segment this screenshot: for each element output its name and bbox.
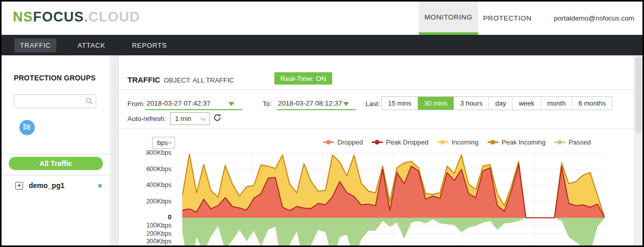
last-button-30-mins[interactable]: 30 mins	[418, 97, 454, 110]
y-tick-label: 800Kbps	[146, 149, 171, 156]
to-label: To:	[263, 100, 271, 108]
y-tick-label: 0	[168, 214, 171, 221]
chart-y-axis: 800Kbps600Kbps400Kbps200Kbps0100Kbps200K…	[119, 152, 177, 245]
search-input[interactable]	[14, 94, 96, 108]
y-tick-label: 400Kbps	[146, 181, 171, 189]
panel-divider	[119, 89, 634, 90]
y-tick-label: 600Kbps	[146, 166, 171, 173]
legend-label: Peak Dropped	[386, 138, 428, 146]
logo-dot: .	[84, 9, 89, 25]
legend-dot	[557, 140, 562, 145]
traffic-flow-button[interactable]	[19, 120, 35, 135]
nsfocus-cloud-logo: NSFOCUS.CLOUD	[13, 9, 140, 25]
last-button-month[interactable]: month	[541, 97, 572, 110]
flow-waves-icon	[23, 122, 32, 134]
from-caret-icon[interactable]	[228, 102, 234, 106]
legend-label: Passed	[569, 138, 591, 146]
y-tick-label: 200Kbps	[146, 198, 171, 205]
last-button-6-months[interactable]: 6 months	[572, 97, 612, 110]
logo-cloud: CLOUD	[89, 9, 140, 25]
logo-ns: NS	[13, 9, 33, 25]
unit-select[interactable]: bps	[152, 137, 175, 149]
group-row-demo_pg1[interactable]: demo_pg1	[2, 177, 110, 194]
autorefresh-label: Auto-refresh:	[127, 115, 166, 122]
legend-item-passed[interactable]: Passed	[554, 138, 591, 146]
last-button-day[interactable]: day	[488, 97, 512, 110]
from-underline	[145, 109, 242, 110]
y-tick-label: 100Kbps	[146, 222, 171, 229]
last-button-3-hours[interactable]: 3 hours	[454, 97, 488, 110]
realtime-toggle[interactable]: Real-Time: ON	[274, 72, 332, 85]
legend-marker-icon	[372, 140, 383, 145]
sidebar: PROTECTION GROUPS All Traffic demo_pg1	[2, 55, 111, 245]
object-label: OBJECT: ALL TRAFFIC	[164, 76, 234, 84]
to-datetime-field[interactable]: 2018-03-27 08:12:37	[278, 99, 342, 107]
tab-monitoring[interactable]: MONITORING	[419, 2, 478, 35]
expand-plus-icon[interactable]	[15, 182, 23, 190]
all-traffic-button[interactable]: All Traffic	[9, 157, 103, 170]
y-tick-label: 200Kbps	[146, 230, 171, 237]
from-datetime-field[interactable]: 2018-03-27 07:42:37	[146, 99, 210, 107]
traffic-panel: TRAFFIC OBJECT: ALL TRAFFIC Real-Time: O…	[119, 55, 634, 245]
legend-item-dropped[interactable]: Dropped	[323, 138, 363, 146]
to-caret-icon[interactable]	[343, 102, 349, 106]
app-window: NSFOCUS.CLOUD MONITORING PROTECTION port…	[2, 2, 642, 245]
chart-legend: DroppedPeak DroppedIncomingPeak Incoming…	[323, 138, 599, 146]
legend-marker-icon	[323, 140, 334, 145]
top-header: NSFOCUS.CLOUD MONITORING PROTECTION port…	[2, 2, 642, 35]
panel-gap	[111, 55, 119, 245]
nav-item-traffic[interactable]: TRAFFIC	[14, 38, 56, 52]
from-label: From:	[127, 100, 145, 108]
legend-marker-icon	[554, 140, 566, 145]
panel-title: TRAFFIC	[127, 75, 160, 84]
legend-dot	[326, 140, 331, 145]
legend-dot	[490, 140, 495, 145]
legend-label: Incoming	[452, 138, 479, 146]
legend-marker-icon	[487, 140, 499, 145]
refresh-button[interactable]	[213, 113, 222, 124]
user-email-menu[interactable]: portaldemo@nsfocus.com	[554, 2, 634, 35]
protection-groups-title: PROTECTION GROUPS	[14, 74, 96, 82]
main-nav: TRAFFICATTACKREPORTS	[2, 35, 642, 55]
sidebar-divider	[2, 154, 110, 154]
legend-item-peak-dropped[interactable]: Peak Dropped	[372, 138, 428, 146]
logo-focus: FOCUS	[33, 9, 84, 25]
traffic-area-chart[interactable]	[182, 152, 605, 245]
chevron-down-icon	[168, 140, 172, 144]
scrollbar-thumb[interactable]	[635, 56, 641, 133]
last-range-group: 15 mins30 mins3 hoursdayweekmonth6 month…	[381, 96, 612, 110]
tab-protection[interactable]: PROTECTION	[482, 2, 533, 35]
legend-label: Peak Incoming	[502, 138, 546, 146]
y-tick-label: 300Kbps	[146, 238, 171, 245]
to-underline	[277, 109, 356, 110]
group-name: demo_pg1	[29, 181, 65, 190]
nav-item-reports[interactable]: REPORTS	[126, 38, 173, 52]
nav-item-attack[interactable]: ATTACK	[72, 38, 111, 52]
autorefresh-select[interactable]: 1 min	[170, 112, 210, 125]
group-status-dot	[98, 184, 102, 188]
search-icon	[85, 97, 93, 107]
panel-divider	[119, 129, 634, 129]
legend-label: Dropped	[337, 138, 363, 146]
legend-dot	[375, 140, 379, 145]
last-button-week[interactable]: week	[512, 97, 540, 110]
autorefresh-value: 1 min	[175, 115, 191, 122]
legend-item-peak-incoming[interactable]: Peak Incoming	[487, 138, 546, 146]
last-label: Last:	[366, 100, 380, 108]
last-button-15-mins[interactable]: 15 mins	[382, 97, 418, 110]
unit-value: bps	[157, 139, 168, 147]
screenshot-frame: NSFOCUS.CLOUD MONITORING PROTECTION port…	[0, 0, 644, 247]
legend-marker-icon	[437, 140, 448, 145]
legend-dot	[440, 140, 445, 145]
chevron-down-icon	[201, 116, 206, 121]
legend-item-incoming[interactable]: Incoming	[437, 138, 479, 146]
sidebar-divider	[2, 175, 110, 175]
vertical-scrollbar[interactable]	[634, 55, 642, 245]
